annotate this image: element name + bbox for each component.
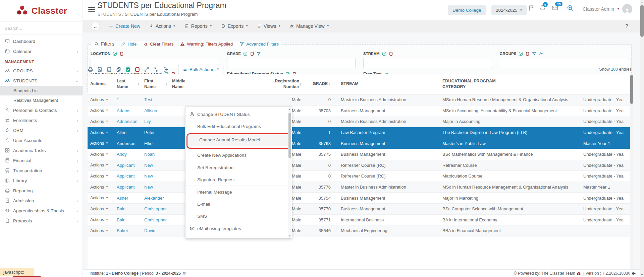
sidebar-item-financial[interactable]: Financial‹ [0, 155, 83, 165]
menu-item-change-annual-results-model[interactable]: Change Annual Results Model [187, 134, 290, 146]
check-sq-icon[interactable] [519, 52, 523, 56]
expand-icon[interactable] [144, 67, 150, 72]
menu-item-set-reregistration[interactable]: Set Reregistration [185, 161, 292, 174]
last-name-link[interactable]: Baker [117, 228, 128, 233]
last-name-link[interactable]: Anderson [117, 141, 136, 146]
hide[interactable]: Hide [121, 42, 137, 47]
actions-button[interactable]: Actions▼ [149, 23, 176, 29]
last-name-link[interactable]: Allen [117, 130, 126, 135]
sidebar-item-crm[interactable]: CRM‹ [0, 125, 83, 135]
first-name-link[interactable]: Test [144, 97, 152, 102]
menu-item-create-new-applications[interactable]: Create New Applications [185, 149, 292, 161]
sidebar-item-reporting[interactable]: Reporting [0, 186, 83, 196]
menu-item-bulk-edit-educational-programs[interactable]: Bulk Edit Educational Programs [185, 120, 292, 132]
first-name-link[interactable]: Elliot [144, 141, 154, 146]
first-name-link[interactable]: New [144, 185, 153, 190]
red-box-icon[interactable] [135, 67, 140, 72]
table-row[interactable]: Actions▼ApplicantNewMale35776Master in B… [88, 182, 630, 193]
empty-sq-icon[interactable] [119, 52, 124, 56]
sidebar-item-apprenticeships-thesis[interactable]: Apprenticeships & Thesis‹ [0, 206, 83, 216]
column-header-registration-number[interactable]: RegistrationNumber▲▼ [289, 74, 304, 94]
row-actions-dropdown[interactable]: Actions▼ [88, 130, 114, 135]
last-name-link[interactable]: Applicant [117, 185, 135, 190]
first-name-link[interactable]: Peter [144, 130, 155, 135]
last-name-link[interactable]: Asher [117, 196, 128, 201]
menu-item-bulk-sending-of-a-report[interactable]: Bulk sending of a report [185, 235, 292, 238]
table-row[interactable]: Actions▼1TestMale0Master in Business Adm… [88, 94, 630, 106]
menu-item-e-mail[interactable]: E-mail [185, 198, 292, 210]
logo[interactable]: Classter [0, 0, 83, 21]
exports-button[interactable]: Exports▼ [221, 23, 248, 29]
sidebar-item-transportation[interactable]: Transportation‹ [0, 165, 83, 176]
user-menu[interactable]: Classter Admin ▼ [583, 4, 632, 14]
dropdown-scrollbar[interactable]: ▲ ▼ [288, 107, 291, 238]
sidebar-item-user-accounts[interactable]: User Accounts [0, 135, 83, 145]
menu-item-signature-request[interactable]: Signature Request [185, 174, 292, 186]
flag-icon[interactable] [528, 4, 535, 11]
table-row[interactable]: Actions▼AsherAlexanderMale35754Business … [88, 193, 630, 204]
help-button[interactable]: ? [625, 23, 628, 28]
scroll-down-icon[interactable]: ▼ [640, 272, 644, 277]
person-add-icon[interactable] [539, 52, 543, 56]
sort-arrows-icon[interactable]: ▲▼ [165, 82, 168, 86]
sidebar-item-students[interactable]: STUDENTS⌄ [0, 76, 83, 86]
csv-icon[interactable] [106, 67, 112, 72]
sidebar-item-personnel-contacts[interactable]: Personnel & Contacts‹ [0, 105, 83, 115]
check-sq-icon[interactable] [243, 52, 248, 56]
table-row[interactable]: Actions▼BakerDavidBaker EricBarker Wanda… [88, 225, 630, 236]
powered-by-link[interactable]: The Classter Team [541, 271, 575, 276]
sidebar-item-enrollments[interactable]: Enrollments‹ [0, 115, 83, 125]
advanced-filters[interactable]: Advanced Filters [239, 42, 279, 47]
manage-view-button[interactable]: Manage View▼ [289, 23, 329, 29]
last-name-link[interactable]: Bain [117, 217, 125, 222]
first-name-link[interactable]: Noah [144, 152, 155, 157]
globe-icon[interactable] [632, 271, 636, 276]
last-name-link[interactable]: 1 [117, 97, 119, 102]
column-header-last-name[interactable]: LastName▲▼ [114, 74, 142, 94]
sidebar-item-protocols[interactable]: Protocols‹ [0, 216, 83, 226]
table-row[interactable]: Actions▼AdamsAllisonMale35703Business Ma… [88, 106, 630, 117]
page-scrollbar[interactable]: ▲ ▼ [640, 0, 644, 277]
first-name-link[interactable]: New [144, 174, 153, 179]
sidebar-subitem-students-list[interactable]: Students List [0, 86, 83, 95]
signout-icon[interactable] [163, 67, 168, 72]
last-name-link[interactable]: Applicant [117, 163, 135, 168]
bulk-actions-button[interactable]: Bulk Actions ▼ [178, 65, 223, 74]
row-actions-dropdown[interactable]: Actions▼ [88, 185, 114, 190]
sidebar-item-academic-tasks[interactable]: Academic Tasks‹ [0, 145, 83, 155]
table-row[interactable]: Actions▼AndyNoahMale35775Business Manage… [88, 149, 630, 160]
first-name-link[interactable]: Christopher [144, 217, 167, 222]
row-actions-dropdown[interactable]: Actions▼ [88, 207, 114, 211]
scrollbar-thumb[interactable] [640, 5, 644, 37]
sort-arrows-icon[interactable]: ▲▼ [328, 82, 330, 86]
first-name-link[interactable]: Allison [144, 108, 157, 113]
compress-icon[interactable] [153, 67, 159, 72]
row-actions-dropdown[interactable]: Actions▼ [88, 174, 114, 179]
sort-arrows-icon[interactable]: ▲▼ [299, 82, 302, 86]
table-row[interactable]: Actions▼AllenPeterMale1Law Bachelor Prog… [88, 127, 630, 138]
scroll-up-icon[interactable]: ▲ [640, 0, 644, 5]
check-sq-icon[interactable] [113, 52, 117, 56]
column-header-grade[interactable]: GRADE▲▼ [304, 74, 332, 94]
menu-item-sms[interactable]: SMS [185, 210, 292, 222]
empty-sq-icon[interactable] [389, 52, 393, 56]
table-row[interactable]: Actions▼ApplicantNewMale0Refresher Cours… [88, 171, 630, 182]
back-button[interactable]: ← [91, 22, 100, 31]
last-name-link[interactable]: Bain [117, 206, 125, 211]
last-name-link[interactable]: Adrianison [117, 119, 137, 124]
reports-button[interactable]: Reports▼ [184, 23, 212, 29]
sidebar-search-input[interactable] [0, 26, 83, 31]
period-dropdown[interactable]: 2024-2025▼ [491, 5, 527, 15]
create-new-button[interactable]: Create New [109, 23, 140, 29]
sidebar-item-dashboard[interactable]: Dashboard [0, 36, 83, 46]
row-actions-dropdown[interactable]: Actions▼ [88, 97, 114, 102]
warning-filters-applied[interactable]: Warning: Filters Applied [180, 42, 233, 47]
sidebar-item-admission[interactable]: Admission‹ [0, 196, 83, 206]
institution-button[interactable]: Demo College [448, 5, 486, 15]
table-scrollbar[interactable] [630, 74, 633, 269]
funnel-icon[interactable] [532, 52, 536, 56]
hamburger-menu-icon[interactable] [88, 7, 95, 12]
scroll-down-icon[interactable]: ▼ [288, 234, 291, 238]
sidebar-item-calendar[interactable]: Calendar‹ [0, 46, 83, 56]
printer-icon[interactable] [88, 67, 93, 72]
